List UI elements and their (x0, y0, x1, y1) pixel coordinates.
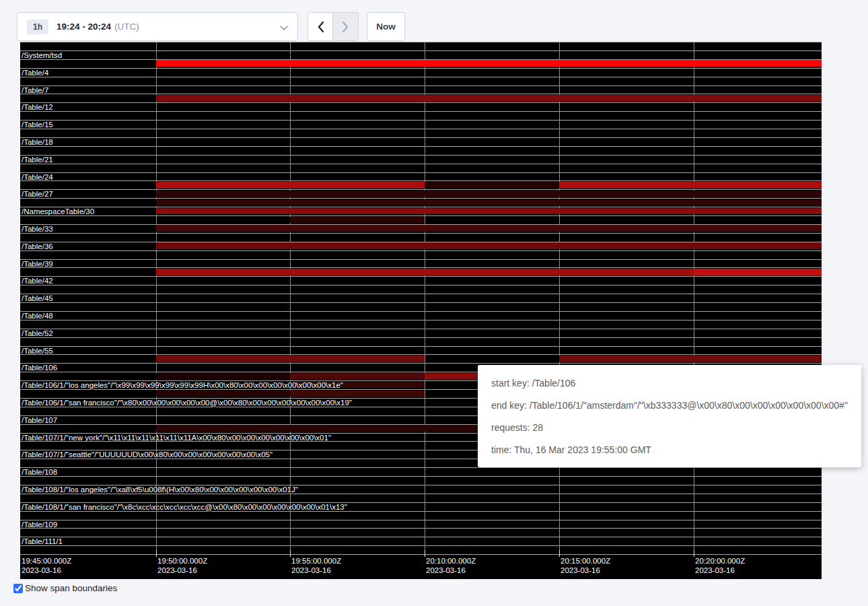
span-label: /Table/24 (22, 173, 53, 182)
axis-tick-label: 19:45:00.000Z2023-03-16 (22, 557, 71, 575)
heatmap-band[interactable] (559, 182, 694, 189)
heatmap-band[interactable] (425, 95, 559, 102)
heatmap-band[interactable] (694, 269, 822, 275)
time-zone-text: (UTC) (114, 22, 139, 32)
time-bucket-line (290, 42, 291, 554)
heatmap-band[interactable] (694, 356, 822, 362)
heatmap-band[interactable] (290, 242, 425, 249)
span-boundary-line (20, 259, 822, 260)
span-boundary-line (20, 164, 822, 164)
heatmap-band[interactable] (290, 269, 425, 275)
span-boundary-line (20, 467, 822, 468)
heatmap-band[interactable] (290, 217, 425, 224)
heatmap-band[interactable] (425, 60, 559, 67)
axis-tick-label: 20:20:00.000Z2023-03-16 (695, 557, 745, 575)
span-label: /Table/45 (22, 294, 53, 303)
heatmap-band[interactable] (694, 242, 822, 249)
heatmap-band[interactable] (290, 60, 425, 67)
span-boundary-line (20, 68, 822, 69)
key-visualizer-canvas[interactable]: /System/tsd/Table/4/Table/7/Table/12/Tab… (20, 42, 822, 579)
axis-tick-label: 20:10:00.000Z2023-03-16 (426, 557, 476, 575)
heatmap-band[interactable] (694, 199, 822, 206)
show-span-boundaries-control[interactable]: Show span boundaries (13, 583, 117, 593)
heatmap-band[interactable] (290, 225, 425, 232)
chevron-right-icon (342, 21, 349, 33)
heatmap-band[interactable] (694, 95, 822, 102)
span-label: /Table/33 (22, 225, 53, 234)
span-boundary-line (20, 537, 822, 537)
heatmap-band[interactable] (156, 182, 290, 189)
heatmap-band[interactable] (694, 191, 822, 197)
heatmap-band[interactable] (156, 225, 290, 232)
axis-tick (156, 550, 157, 557)
heatmap-band[interactable] (156, 425, 290, 432)
show-span-boundaries-label: Show span boundaries (25, 583, 117, 593)
heatmap-band[interactable] (559, 95, 694, 102)
span-boundary-line (20, 520, 822, 520)
heatmap-band[interactable] (290, 425, 425, 432)
span-label: /Table/18 (22, 138, 53, 147)
heatmap-band[interactable] (559, 208, 694, 215)
tooltip-time: time: Thu, 16 Mar 2023 19:55:00 GMT (491, 444, 848, 455)
span-label: /Table/36 (22, 242, 53, 251)
heatmap-band[interactable] (694, 208, 822, 215)
heatmap-band[interactable] (156, 199, 290, 206)
heatmap-band[interactable] (156, 391, 290, 397)
heatmap-band[interactable] (290, 182, 425, 189)
span-label: /Table/109 (22, 520, 57, 529)
span-boundary-line (20, 311, 822, 312)
heatmap-band[interactable] (156, 373, 290, 380)
next-time-button[interactable] (332, 12, 359, 41)
heatmap-band[interactable] (290, 356, 425, 362)
span-boundary-line (20, 77, 822, 77)
heatmap-band[interactable] (559, 269, 694, 275)
heatmap-band[interactable] (290, 391, 425, 397)
heatmap-band[interactable] (425, 225, 559, 232)
heatmap-band[interactable] (156, 356, 290, 362)
heatmap-band[interactable] (425, 208, 559, 215)
prev-time-button[interactable] (308, 12, 333, 41)
tooltip-start-key: start key: /Table/106 (491, 378, 848, 389)
heatmap-band[interactable] (290, 191, 425, 197)
span-boundary-line (20, 42, 822, 42)
heatmap-band[interactable] (156, 191, 290, 197)
heatmap-band[interactable] (156, 60, 290, 67)
heatmap-band[interactable] (425, 191, 559, 197)
heatmap-band[interactable] (425, 242, 559, 249)
span-boundary-line (20, 285, 822, 285)
heatmap-band[interactable] (559, 242, 694, 249)
heatmap-band[interactable] (559, 60, 694, 67)
span-boundary-line (20, 528, 822, 529)
span-label: /Table/106/1/"san francisco"/"\x80\x00\x… (22, 399, 352, 407)
tooltip-end-key: end key: /Table/106/1/"amsterdam"/"\xb33… (491, 400, 848, 411)
show-span-boundaries-checkbox[interactable] (13, 584, 23, 593)
heatmap-band[interactable] (156, 208, 290, 215)
span-boundary-line (20, 554, 822, 555)
heatmap-band[interactable] (559, 225, 694, 232)
span-boundary-line (20, 294, 822, 294)
span-label: /Table/108/1/"san francisco"/"\x8c\xcc\x… (22, 503, 347, 512)
span-label: /Table/108 (22, 468, 57, 477)
heatmap-band[interactable] (425, 269, 559, 275)
heatmap-band[interactable] (290, 373, 425, 380)
tooltip-requests: requests: 28 (491, 422, 848, 433)
heatmap-band[interactable] (694, 225, 822, 232)
time-range-dropdown[interactable]: 1h 19:24 - 20:24 (UTC) (17, 12, 298, 41)
heatmap-band[interactable] (290, 208, 425, 215)
now-button[interactable]: Now (367, 12, 405, 41)
heatmap-band[interactable] (290, 95, 425, 102)
heatmap-band[interactable] (694, 182, 822, 189)
heatmap-band[interactable] (559, 356, 694, 362)
time-bucket-line (156, 42, 157, 554)
heatmap-band[interactable] (156, 95, 290, 102)
heatmap-band[interactable] (694, 60, 822, 67)
heatmap-band[interactable] (559, 199, 694, 206)
heatmap-band[interactable] (425, 182, 559, 189)
heatmap-band[interactable] (156, 269, 290, 275)
heatmap-band[interactable] (559, 191, 694, 197)
span-label: /Table/21 (22, 156, 53, 164)
heatmap-band[interactable] (156, 242, 290, 249)
heatmap-band[interactable] (425, 199, 559, 206)
heatmap-band[interactable] (290, 199, 425, 206)
span-boundary-line (20, 120, 822, 121)
